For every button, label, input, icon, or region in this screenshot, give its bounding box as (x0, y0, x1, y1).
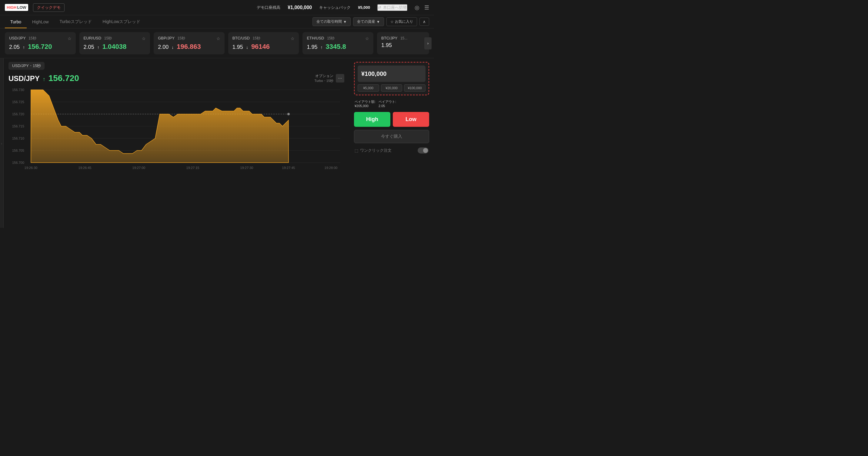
cards-nav-right-button[interactable]: › (424, 37, 432, 50)
header: HIGH LOW クイックデモ デモ口座残高 ¥1,000,000 キャッシュバ… (0, 0, 434, 15)
logo[interactable]: HIGH LOW (5, 4, 28, 11)
chart-more-button[interactable]: ··· (336, 74, 344, 83)
star-icon-5[interactable]: ☆ (365, 36, 369, 41)
asset-multiplier-3: 2.00 (158, 44, 168, 50)
tab-turbo-spread[interactable]: Turboスプレッド (54, 16, 97, 28)
main-content: ‹ USD/JPY・15秒 USD/JPY ↑ 156.720 オプション Tu… (0, 58, 434, 228)
card-pair-row-6: BTC/JPY 15... (381, 36, 407, 40)
payout-amount-section: ペイアウト額: ¥205,000 (354, 99, 375, 108)
asset-multiplier-4: 1.95 (232, 44, 243, 50)
balance-amount: ¥1,000,000 (288, 5, 312, 10)
location-icon-button[interactable]: ◎ (414, 4, 420, 11)
filter-asset-label: 全ての資産 (357, 19, 375, 24)
one-click-toggle[interactable] (417, 147, 429, 153)
chart-title-row: USD/JPY ↑ 156.720 オプション Turbo・15秒 ··· (8, 74, 344, 83)
tab-turbo[interactable]: Turbo (5, 16, 27, 28)
amount-box: + − ¥5,000 ¥20,000 ¥100,000 (354, 62, 429, 95)
svg-text:156.700: 156.700 (12, 161, 24, 165)
asset-multiplier-1: 2.05 (9, 44, 20, 50)
svg-text:19:27:30: 19:27:30 (240, 166, 253, 170)
asset-price-5: 3345.8 (326, 43, 346, 51)
switch-account-button[interactable]: ⇄ 本口座へ切替 (377, 4, 407, 11)
low-button[interactable]: Low (393, 112, 429, 127)
one-click-text: ワンクリック注文 (360, 148, 392, 153)
star-icon-4[interactable]: ☆ (291, 36, 294, 41)
asset-price-2: 1.04038 (102, 43, 127, 51)
asset-card-usdjpy[interactable]: USD/JPY 15秒 ☆ 2.05 156.720 (5, 32, 76, 54)
asset-multiplier-5: 1.95 (307, 44, 317, 50)
menu-icon-button[interactable]: ☰ (424, 4, 429, 11)
star-icon-2[interactable]: ☆ (142, 36, 146, 41)
filter-asset-button[interactable]: 全ての資産 ▼ (353, 17, 384, 26)
asset-card-eurusd[interactable]: EUR/USD 15秒 ☆ 2.05 1.04038 (80, 32, 150, 54)
svg-text:156.730: 156.730 (12, 88, 24, 92)
asset-card-ethusd[interactable]: ETH/USD 15秒 ☆ 1.95 3345.8 (303, 32, 373, 54)
asset-name-3: GBP/JPY (158, 36, 175, 40)
card-pair-row-4: BTC/USD 15秒 (232, 36, 260, 41)
expand-icon: ‹ (1, 142, 2, 145)
card-pair-row-3: GBP/JPY 15秒 (158, 36, 185, 41)
asset-cards: USD/JPY 15秒 ☆ 2.05 156.720 EUR/USD 15秒 ☆ (5, 32, 429, 54)
card-header-5: ETH/USD 15秒 ☆ (307, 36, 369, 41)
preset-amounts: ¥5,000 ¥20,000 ¥100,000 (358, 84, 426, 92)
asset-card-gbpjpy[interactable]: GBP/JPY 15秒 ☆ 2.00 196.863 (154, 32, 224, 54)
filter-time-button[interactable]: 全ての取引時間 ▼ (312, 17, 351, 26)
asset-price-1: 156.720 (28, 43, 52, 51)
header-right: デモ口座残高 ¥1,000,000 キャッシュバック ¥5,000 ⇄ 本口座へ… (257, 4, 429, 11)
asset-card-btcusd[interactable]: BTC/USD 15秒 ☆ 1.95 96146 (228, 32, 299, 54)
asset-time-2: 15秒 (104, 36, 112, 40)
asset-time-1: 15秒 (29, 36, 36, 40)
asset-card-btcjpy[interactable]: BTC/JPY 15... 1.95 (377, 32, 429, 54)
one-click-label: ⬚ ワンクリック注文 (354, 148, 392, 153)
favorite-label: お気に入り (395, 19, 413, 24)
left-expand-button[interactable]: ‹ (0, 58, 4, 228)
chart-options: オプション Turbo・15秒 ··· (314, 74, 344, 83)
amount-input-row: + − (358, 65, 426, 82)
payout-amount: ¥205,000 (354, 104, 369, 108)
tab-highlow[interactable]: HighLow (27, 16, 54, 28)
quick-demo-button[interactable]: クイックデモ (33, 3, 65, 12)
asset-name-6: BTC/JPY (381, 36, 397, 40)
chart-price: 156.720 (49, 74, 79, 83)
right-panel: + − ¥5,000 ¥20,000 ¥100,000 ペイアウト額: ¥205… (349, 58, 434, 228)
arrow-up-icon-5 (320, 45, 322, 50)
balance-section: デモ口座残高 ¥1,000,000 キャッシュバック ¥5,000 (257, 5, 370, 10)
chart-direction-icon: ↑ (43, 76, 45, 83)
high-button[interactable]: High (354, 112, 390, 127)
card-values-1: 2.05 156.720 (9, 43, 71, 51)
asset-time-5: 15秒 (327, 36, 335, 40)
arrow-down-icon-4 (246, 45, 248, 50)
amount-input[interactable] (358, 67, 434, 80)
arrow-down-icon-3 (172, 45, 174, 50)
tab-highlow-spread[interactable]: HighLowスプレッド (97, 16, 146, 28)
preset-20000-button[interactable]: ¥20,000 (381, 84, 402, 92)
favorite-button[interactable]: ☆ お気に入り (386, 17, 417, 26)
svg-text:156.725: 156.725 (12, 100, 24, 104)
chart-container: 156.730 156.725 156.720 156.715 156.710 … (8, 86, 344, 171)
svg-text:19:26:30: 19:26:30 (25, 166, 38, 170)
svg-text:156.705: 156.705 (12, 149, 24, 152)
card-values-3: 2.00 196.863 (158, 43, 220, 51)
buy-now-button[interactable]: 今すぐ購入 (354, 130, 429, 143)
asset-name-2: EUR/USD (84, 36, 101, 40)
svg-text:156.715: 156.715 (12, 124, 24, 128)
tabs-left: Turbo HighLow Turboスプレッド HighLowスプレッド (5, 16, 146, 28)
logo-low: LOW (17, 5, 26, 10)
chart-area: USD/JPY・15秒 USD/JPY ↑ 156.720 オプション Turb… (4, 58, 349, 228)
option-text: オプション (314, 74, 333, 79)
card-pair-row-1: USD/JPY 15秒 (9, 36, 36, 41)
svg-text:19:27:45: 19:27:45 (282, 166, 295, 170)
star-icon-3[interactable]: ☆ (216, 36, 220, 41)
chart-title: USD/JPY ↑ 156.720 (8, 74, 79, 83)
star-icon-1[interactable]: ☆ (68, 36, 71, 41)
asset-name-5: ETH/USD (307, 36, 324, 40)
filter-time-label: 全ての取引時間 (316, 19, 342, 24)
asset-time-6: 15... (400, 36, 407, 40)
preset-5000-button[interactable]: ¥5,000 (358, 84, 379, 92)
collapse-button[interactable]: ∧ (420, 18, 429, 26)
card-values-2: 2.05 1.04038 (84, 43, 146, 51)
asset-time-3: 15秒 (178, 36, 185, 40)
preset-100000-button[interactable]: ¥100,000 (404, 84, 426, 92)
asset-name-4: BTC/USD (232, 36, 250, 40)
chevron-right-icon: › (427, 41, 429, 46)
